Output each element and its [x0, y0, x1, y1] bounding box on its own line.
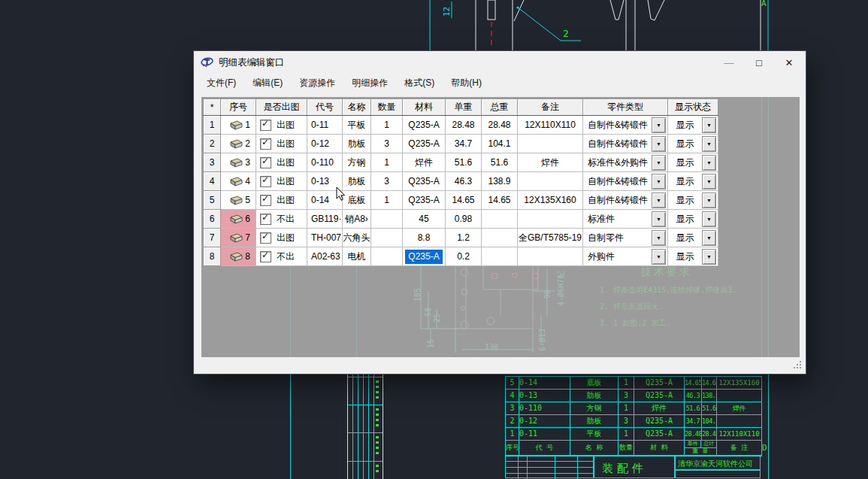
cell-qty[interactable]: [371, 229, 403, 247]
cell-qty[interactable]: 1: [371, 116, 403, 135]
row-checkbox[interactable]: ✓: [260, 214, 271, 225]
cell-plot[interactable]: ✓出图: [256, 135, 307, 153]
column-header-1[interactable]: 序号: [221, 99, 256, 116]
cell-plot[interactable]: ✓不出: [256, 247, 307, 266]
row-checkbox[interactable]: ✓: [260, 157, 271, 168]
display-state-dropdown[interactable]: ▼: [702, 117, 716, 133]
row-checkbox[interactable]: ✓: [260, 195, 271, 206]
cell-material[interactable]: Q235-A: [403, 116, 446, 135]
part-type-dropdown[interactable]: ▼: [652, 230, 666, 246]
cell-remark[interactable]: 全GB/T5785-19: [518, 229, 583, 247]
cell-total[interactable]: [482, 247, 518, 266]
column-header-4[interactable]: 名称: [343, 99, 371, 116]
display-state-dropdown[interactable]: ▼: [702, 136, 716, 152]
cell-material[interactable]: 焊件: [403, 153, 446, 172]
cell-remark[interactable]: [518, 247, 583, 266]
close-button[interactable]: ✕: [774, 51, 804, 74]
row-checkbox[interactable]: ✓: [260, 232, 271, 244]
cell-plot[interactable]: ✓出图: [256, 116, 307, 135]
cell-state[interactable]: 显示▼: [668, 210, 718, 229]
cell-plot[interactable]: ✓出图: [256, 229, 307, 247]
cell-seq[interactable]: 3: [221, 153, 256, 172]
cell-name[interactable]: 平板: [343, 116, 371, 135]
cell-code[interactable]: 0-11: [307, 116, 343, 135]
display-state-dropdown[interactable]: ▼: [702, 211, 716, 227]
row-checkbox[interactable]: ✓: [260, 120, 271, 131]
cell-name[interactable]: 方钢: [343, 153, 371, 172]
cell-type[interactable]: 自制件&铸锻件▼: [583, 172, 668, 191]
row-checkbox[interactable]: ✓: [260, 176, 271, 187]
row-checkbox[interactable]: ✓: [260, 251, 271, 262]
cell-unit[interactable]: 1.2: [446, 229, 482, 247]
part-type-dropdown[interactable]: ▼: [652, 117, 666, 133]
cell-type[interactable]: 自制零件▼: [583, 229, 668, 247]
cell-total[interactable]: 14.65: [482, 191, 518, 210]
cell-material[interactable]: 8.8: [403, 229, 446, 247]
cell-plot[interactable]: ✓出图: [256, 153, 307, 172]
column-header-0[interactable]: *: [204, 99, 221, 116]
cell-unit[interactable]: 46.3: [446, 172, 482, 191]
cell-name[interactable]: 肋板: [343, 172, 371, 191]
cell-code[interactable]: TH-007: [307, 229, 343, 247]
cell-material[interactable]: Q235-A: [403, 135, 446, 153]
cell-state[interactable]: 显示▼: [668, 172, 718, 191]
cell-seq[interactable]: 4: [221, 172, 256, 191]
row-header[interactable]: 8: [204, 247, 221, 266]
selected-material-cell[interactable]: Q235-A: [405, 250, 443, 264]
cell-state[interactable]: 显示▼: [668, 153, 718, 172]
column-header-10[interactable]: 零件类型: [583, 99, 668, 116]
menu-item-detail-ops[interactable]: 明细操作: [343, 74, 396, 92]
cell-seq[interactable]: 2: [221, 135, 256, 153]
row-header[interactable]: 2: [204, 135, 221, 153]
cell-remark[interactable]: 12X110X110: [518, 116, 583, 135]
row-header[interactable]: 6: [204, 210, 221, 229]
cell-type[interactable]: 自制件&铸锻件▼: [583, 135, 668, 153]
menu-item-resource-ops[interactable]: 资源操作: [291, 74, 343, 92]
minimize-button[interactable]: —: [714, 51, 744, 74]
cell-qty[interactable]: [371, 247, 403, 266]
cell-unit[interactable]: 14.65: [446, 191, 482, 210]
cell-code[interactable]: A02-63: [307, 247, 343, 266]
part-type-dropdown[interactable]: ▼: [652, 174, 666, 189]
menu-item-help[interactable]: 帮助(H): [443, 74, 490, 92]
cell-seq[interactable]: 1: [221, 116, 256, 135]
cell-unit[interactable]: 0.2: [446, 247, 482, 266]
cell-unit[interactable]: 0.98: [446, 210, 482, 229]
cell-total[interactable]: [482, 210, 518, 229]
cell-unit[interactable]: 51.6: [446, 153, 482, 172]
cell-total[interactable]: 138.9: [482, 172, 518, 191]
cell-code[interactable]: 0-110: [307, 153, 343, 172]
cell-remark[interactable]: [518, 172, 583, 191]
menu-item-format[interactable]: 格式(S): [396, 74, 443, 92]
cell-type[interactable]: 自制件&铸锻件▼: [583, 116, 668, 135]
cell-type[interactable]: 标准件▼: [583, 210, 668, 229]
cell-code[interactable]: GB119·: [307, 210, 343, 229]
cell-material[interactable]: Q235-A: [403, 191, 446, 210]
display-state-dropdown[interactable]: ▼: [702, 249, 716, 265]
cell-plot[interactable]: ✓不出: [256, 210, 307, 229]
cell-name[interactable]: 六角头: [343, 229, 371, 247]
cell-seq[interactable]: 8: [221, 247, 256, 266]
maximize-button[interactable]: □: [744, 51, 774, 74]
cell-qty[interactable]: 3: [371, 172, 403, 191]
cell-qty[interactable]: 1: [371, 191, 403, 210]
cell-state[interactable]: 显示▼: [668, 229, 718, 247]
cell-state[interactable]: 显示▼: [668, 247, 718, 266]
part-type-dropdown[interactable]: ▼: [652, 136, 666, 152]
part-type-dropdown[interactable]: ▼: [652, 155, 666, 171]
cell-type[interactable]: 自制件&铸锻件▼: [583, 191, 668, 210]
cell-plot[interactable]: ✓出图: [256, 191, 307, 210]
cell-seq[interactable]: 7: [221, 229, 256, 247]
cell-qty[interactable]: 1: [371, 153, 403, 172]
cell-name[interactable]: 销A8›: [343, 210, 371, 229]
cell-type[interactable]: 标准件&外购件▼: [583, 153, 668, 172]
cell-material[interactable]: Q235-A: [403, 247, 446, 266]
cell-remark[interactable]: 焊件: [518, 153, 583, 172]
cell-seq[interactable]: 5: [221, 191, 256, 210]
column-header-3[interactable]: 代号: [307, 99, 343, 116]
menu-item-edit[interactable]: 编辑(E): [244, 74, 291, 92]
cell-plot[interactable]: ✓出图: [256, 172, 307, 191]
row-header[interactable]: 7: [204, 229, 221, 247]
display-state-dropdown[interactable]: ▼: [702, 155, 716, 171]
column-header-9[interactable]: 备注: [518, 99, 583, 116]
